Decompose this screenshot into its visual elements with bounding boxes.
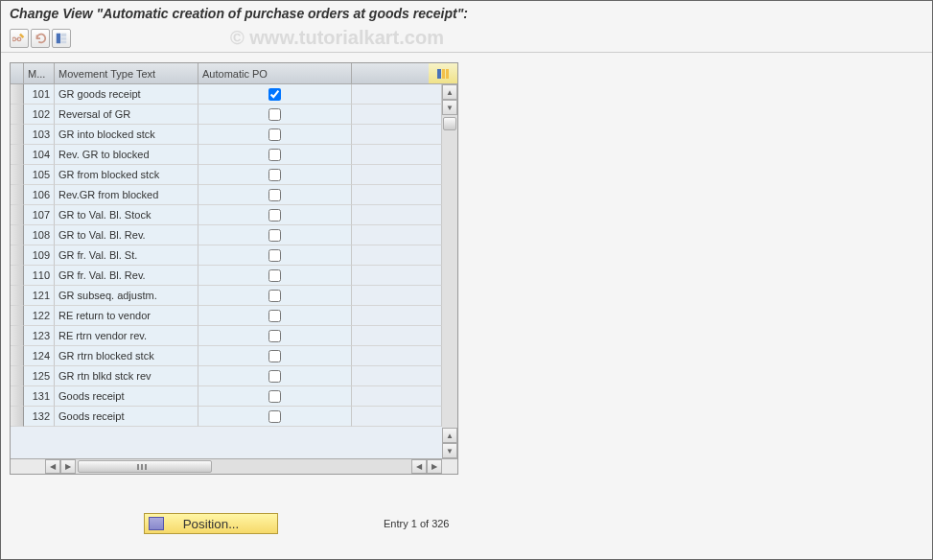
footer-bar: Position... Entry 1 of 326 <box>144 513 933 534</box>
automatic-po-checkbox[interactable] <box>268 390 281 403</box>
row-selector[interactable] <box>11 326 24 346</box>
automatic-po-checkbox[interactable] <box>268 88 281 101</box>
row-selector[interactable] <box>11 125 24 145</box>
row-selector[interactable] <box>11 306 24 326</box>
row-selector[interactable] <box>11 245 24 266</box>
automatic-po-cell <box>198 145 352 165</box>
scroll-down-arrow[interactable]: ▼ <box>442 100 457 115</box>
undo-button[interactable] <box>31 29 50 48</box>
movement-type-cell: 104 <box>24 145 55 165</box>
row-selector[interactable] <box>11 266 24 286</box>
automatic-po-checkbox[interactable] <box>268 350 281 362</box>
movement-type-cell: 125 <box>24 366 55 386</box>
automatic-po-cell <box>198 286 352 306</box>
table-row: 131Goods receipt <box>11 386 442 407</box>
movement-type-cell: 131 <box>24 386 55 407</box>
row-selector[interactable] <box>11 366 24 386</box>
movement-text-cell: GR to Val. Bl. Stock <box>55 205 198 225</box>
table-row: 123RE rtrn vendor rev. <box>11 326 442 346</box>
scroll-up-arrow[interactable]: ▲ <box>442 84 457 100</box>
horizontal-scrollbar[interactable]: ◀ ▶ ◀ ▶ <box>11 458 457 474</box>
automatic-po-checkbox[interactable] <box>268 149 281 161</box>
scroll-left-arrow[interactable]: ▶ <box>60 459 76 474</box>
automatic-po-cell <box>198 407 352 427</box>
scroll-up-arrow-bottom[interactable]: ▲ <box>442 428 457 443</box>
position-button-label: Position... <box>183 517 240 531</box>
row-selector[interactable] <box>11 407 24 427</box>
column-config-button[interactable] <box>429 63 457 84</box>
automatic-po-cell <box>198 125 352 145</box>
vertical-scroll-thumb[interactable] <box>443 117 456 130</box>
svg-rect-6 <box>446 69 449 79</box>
position-button[interactable]: Position... <box>144 513 278 534</box>
table-settings-icon <box>436 68 450 80</box>
movement-text-cell: GR goods receipt <box>55 84 198 105</box>
horizontal-scroll-track[interactable] <box>76 459 411 474</box>
automatic-po-checkbox[interactable] <box>268 249 281 262</box>
automatic-po-checkbox[interactable] <box>268 169 281 181</box>
scroll-left-first-arrow[interactable]: ◀ <box>45 459 60 474</box>
select-block-button[interactable] <box>52 29 71 48</box>
movement-type-cell: 121 <box>24 286 55 306</box>
automatic-po-cell <box>198 266 352 286</box>
scroll-down-arrow-bottom[interactable]: ▼ <box>442 443 457 458</box>
column-header-automatic-po[interactable]: Automatic PO <box>198 63 352 84</box>
table-row: 109GR fr. Val. Bl. St. <box>11 245 442 266</box>
display-change-toggle-button[interactable] <box>10 29 29 48</box>
automatic-po-checkbox[interactable] <box>268 229 281 242</box>
svg-rect-4 <box>437 69 441 79</box>
table-row: 106Rev.GR from blocked <box>11 185 442 205</box>
row-selector[interactable] <box>11 346 24 366</box>
row-selector[interactable] <box>11 205 24 225</box>
row-selector[interactable] <box>11 386 24 407</box>
automatic-po-checkbox[interactable] <box>268 310 281 322</box>
automatic-po-checkbox[interactable] <box>268 108 281 121</box>
movement-type-cell: 101 <box>24 84 55 105</box>
movement-text-cell: GR fr. Val. Bl. St. <box>55 245 198 266</box>
row-selector[interactable] <box>11 286 24 306</box>
movement-text-cell: Goods receipt <box>55 407 198 427</box>
entry-status-text: Entry 1 of 326 <box>384 518 450 529</box>
page-title: Change View "Automatic creation of purch… <box>0 0 933 25</box>
scroll-right-arrow[interactable]: ◀ <box>411 459 427 474</box>
movement-text-cell: Goods receipt <box>55 386 198 407</box>
row-selector[interactable] <box>11 105 24 125</box>
select-block-icon <box>55 32 68 45</box>
table-row: 110GR fr. Val. Bl. Rev. <box>11 266 442 286</box>
automatic-po-checkbox[interactable] <box>268 330 281 342</box>
automatic-po-checkbox[interactable] <box>268 410 281 423</box>
movement-text-cell: GR from blocked stck <box>55 165 198 185</box>
automatic-po-cell <box>198 346 352 366</box>
movement-type-cell: 107 <box>24 205 55 225</box>
automatic-po-cell <box>198 225 352 245</box>
column-header-movement[interactable]: M... <box>24 63 55 84</box>
movement-text-cell: GR rtn blkd stck rev <box>55 366 198 386</box>
vertical-scroll-track[interactable] <box>442 115 457 428</box>
row-selector[interactable] <box>11 84 24 105</box>
movement-type-cell: 122 <box>24 306 55 326</box>
scroll-right-last-arrow[interactable]: ▶ <box>427 459 442 474</box>
automatic-po-checkbox[interactable] <box>268 370 281 383</box>
automatic-po-checkbox[interactable] <box>268 189 281 201</box>
row-selector[interactable] <box>11 185 24 205</box>
row-selector[interactable] <box>11 225 24 245</box>
automatic-po-checkbox[interactable] <box>268 290 281 302</box>
automatic-po-checkbox[interactable] <box>268 209 281 222</box>
automatic-po-checkbox[interactable] <box>268 128 281 141</box>
vertical-scrollbar[interactable]: ▲ ▼ ▲ ▼ <box>442 84 457 458</box>
automatic-po-checkbox[interactable] <box>268 269 281 282</box>
automatic-po-cell <box>198 386 352 407</box>
table-row: 103GR into blocked stck <box>11 125 442 145</box>
row-selector[interactable] <box>11 145 24 165</box>
column-header-movement-text[interactable]: Movement Type Text <box>55 63 198 84</box>
movement-text-cell: GR subseq. adjustm. <box>55 286 198 306</box>
movement-text-cell: RE rtrn vendor rev. <box>55 326 198 346</box>
automatic-po-cell <box>198 105 352 125</box>
movement-type-cell: 124 <box>24 346 55 366</box>
row-selector[interactable] <box>11 165 24 185</box>
undo-icon <box>34 32 47 45</box>
table-row: 101GR goods receipt <box>11 84 442 105</box>
toolbar <box>0 25 933 53</box>
row-selector-header <box>11 63 24 84</box>
horizontal-scroll-thumb[interactable] <box>78 460 212 473</box>
